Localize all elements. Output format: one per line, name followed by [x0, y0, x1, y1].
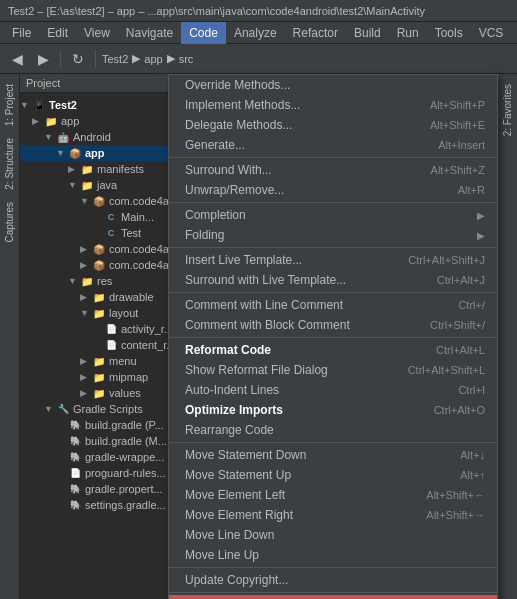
label-override-methods: Override Methods... [185, 78, 469, 92]
tree-item-content[interactable]: 📄 content_r... [20, 337, 187, 353]
tree-item-test[interactable]: C Test [20, 225, 187, 241]
tree-item-layout[interactable]: ▼ 📁 layout [20, 305, 187, 321]
tree-item-pkg3[interactable]: ▶ 📦 com.code4a... [20, 257, 187, 273]
tree-item-gradle-wrapper[interactable]: 🐘 gradle-wrappe... [20, 449, 187, 465]
icon-proguard: 📄 [68, 466, 82, 480]
menu-update-copyright[interactable]: Update Copyright... [169, 570, 497, 590]
label-proguard: proguard-rules... [85, 467, 166, 479]
breadcrumb-src[interactable]: src [179, 53, 194, 65]
icon-drawable: 📁 [92, 290, 106, 304]
breadcrumb-app[interactable]: app [144, 53, 162, 65]
tree-item-build2[interactable]: 🐘 build.gradle (M... [20, 433, 187, 449]
menu-move-stmt-up[interactable]: Move Statement Up Alt+↑ [169, 465, 497, 485]
menu-item-analyze[interactable]: Analyze [226, 22, 285, 44]
menu-completion[interactable]: Completion ▶ [169, 205, 497, 225]
menu-move-line-down[interactable]: Move Line Down [169, 525, 497, 545]
menu-surround-live-template[interactable]: Surround with Live Template... Ctrl+Alt+… [169, 270, 497, 290]
tree-item-drawable[interactable]: ▶ 📁 drawable [20, 289, 187, 305]
menu-surround-with[interactable]: Surround With... Alt+Shift+Z [169, 160, 497, 180]
menu-convert-java-kotlin[interactable]: Convert Java File to Kotlin File... Ctrl… [169, 595, 497, 599]
refresh-button[interactable]: ↻ [67, 48, 89, 70]
label-optimize-imports: Optimize Imports [185, 403, 418, 417]
menu-item-code[interactable]: Code [181, 22, 226, 44]
icon-android: 🤖 [56, 130, 70, 144]
arrow-android: ▼ [44, 132, 56, 142]
code-dropdown-menu: Override Methods... Implement Methods...… [168, 74, 498, 599]
separator-1 [169, 157, 497, 158]
menu-item-tools[interactable]: Tools [427, 22, 471, 44]
label-layout: layout [109, 307, 138, 319]
menu-generate[interactable]: Generate... Alt+Insert [169, 135, 497, 155]
label-gradle-scripts: Gradle Scripts [73, 403, 143, 415]
icon-test2: 📱 [32, 98, 46, 112]
label-build1: build.gradle (P... [85, 419, 164, 431]
tree-item-menu[interactable]: ▶ 📁 menu [20, 353, 187, 369]
tree-item-manifests[interactable]: ▶ 📁 manifests [20, 161, 187, 177]
menu-move-elem-right[interactable]: Move Element Right Alt+Shift+→ [169, 505, 497, 525]
menu-rearrange-code[interactable]: Rearrange Code [169, 420, 497, 440]
menu-reformat-code[interactable]: Reformat Code Ctrl+Alt+L [169, 340, 497, 360]
sidebar-tab-structure[interactable]: 2: Structure [2, 132, 17, 196]
menu-folding[interactable]: Folding ▶ [169, 225, 497, 245]
label-mipmap: mipmap [109, 371, 148, 383]
menu-move-stmt-down[interactable]: Move Statement Down Alt+↓ [169, 445, 497, 465]
menu-item-run[interactable]: Run [389, 22, 427, 44]
sidebar-tab-project[interactable]: 1: Project [2, 78, 17, 132]
back-button[interactable]: ◀ [6, 48, 28, 70]
tree-item-gradle-scripts[interactable]: ▼ 🔧 Gradle Scripts [20, 401, 187, 417]
menu-delegate-methods[interactable]: Delegate Methods... Alt+Shift+E [169, 115, 497, 135]
tree-item-app1[interactable]: ▶ 📁 app [20, 113, 187, 129]
menu-optimize-imports[interactable]: Optimize Imports Ctrl+Alt+O [169, 400, 497, 420]
tree-item-mipmap[interactable]: ▶ 📁 mipmap [20, 369, 187, 385]
arrow-drawable: ▶ [80, 292, 92, 302]
menu-item-win[interactable]: Win [511, 22, 517, 44]
breadcrumb-sep1: ▶ [132, 52, 140, 65]
tree-item-build1[interactable]: 🐘 build.gradle (P... [20, 417, 187, 433]
menu-item-refactor[interactable]: Refactor [285, 22, 346, 44]
menu-item-edit[interactable]: Edit [39, 22, 76, 44]
label-generate: Generate... [185, 138, 422, 152]
menu-item-navigate[interactable]: Navigate [118, 22, 181, 44]
tree-item-gradle-prop[interactable]: 🐘 gradle.propert... [20, 481, 187, 497]
menu-item-build[interactable]: Build [346, 22, 389, 44]
icon-pkg1: 📦 [92, 194, 106, 208]
menu-comment-block[interactable]: Comment with Block Comment Ctrl+Shift+/ [169, 315, 497, 335]
menu-override-methods[interactable]: Override Methods... [169, 75, 497, 95]
tree-item-pkg1[interactable]: ▼ 📦 com.code4a... [20, 193, 187, 209]
menu-implement-methods[interactable]: Implement Methods... Alt+Shift+P [169, 95, 497, 115]
menu-insert-live-template[interactable]: Insert Live Template... Ctrl+Alt+Shift+J [169, 250, 497, 270]
menu-move-elem-left[interactable]: Move Element Left Alt+Shift+← [169, 485, 497, 505]
right-tab-favorites[interactable]: 2: Favorites [500, 78, 515, 142]
tree-item-res[interactable]: ▼ 📁 res [20, 273, 187, 289]
tree-item-proguard[interactable]: 📄 proguard-rules... [20, 465, 187, 481]
shortcut-generate: Alt+Insert [438, 139, 485, 151]
tree-item-java[interactable]: ▼ 📁 java [20, 177, 187, 193]
arrow-layout: ▼ [80, 308, 92, 318]
tree-item-test2[interactable]: ▼ 📱 Test2 [20, 97, 187, 113]
menu-auto-indent[interactable]: Auto-Indent Lines Ctrl+I [169, 380, 497, 400]
label-insert-live-template: Insert Live Template... [185, 253, 392, 267]
sidebar-tab-captures[interactable]: Captures [2, 196, 17, 249]
separator-5 [169, 337, 497, 338]
menu-move-line-up[interactable]: Move Line Up [169, 545, 497, 565]
menu-show-reformat[interactable]: Show Reformat File Dialog Ctrl+Alt+Shift… [169, 360, 497, 380]
tree-item-app-selected[interactable]: ▼ 📦 app [20, 145, 187, 161]
tree-item-android[interactable]: ▼ 🤖 Android [20, 129, 187, 145]
separator-2 [169, 202, 497, 203]
menu-item-vcs[interactable]: VCS [471, 22, 512, 44]
forward-button[interactable]: ▶ [32, 48, 54, 70]
arrow-test2: ▼ [20, 100, 32, 110]
tree-item-pkg2[interactable]: ▶ 📦 com.code4a... [20, 241, 187, 257]
tree-item-settings-gradle[interactable]: 🐘 settings.gradle... [20, 497, 187, 513]
icon-pkg2: 📦 [92, 242, 106, 256]
menu-item-file[interactable]: File [4, 22, 39, 44]
arrow-completion: ▶ [477, 210, 485, 221]
tree-item-main[interactable]: C Main... [20, 209, 187, 225]
breadcrumb-test2[interactable]: Test2 [102, 53, 128, 65]
arrow-app-selected: ▼ [56, 148, 68, 158]
tree-item-values[interactable]: ▶ 📁 values [20, 385, 187, 401]
menu-item-view[interactable]: View [76, 22, 118, 44]
menu-comment-line[interactable]: Comment with Line Comment Ctrl+/ [169, 295, 497, 315]
tree-item-activity[interactable]: 📄 activity_r... [20, 321, 187, 337]
menu-unwrap[interactable]: Unwrap/Remove... Alt+R [169, 180, 497, 200]
